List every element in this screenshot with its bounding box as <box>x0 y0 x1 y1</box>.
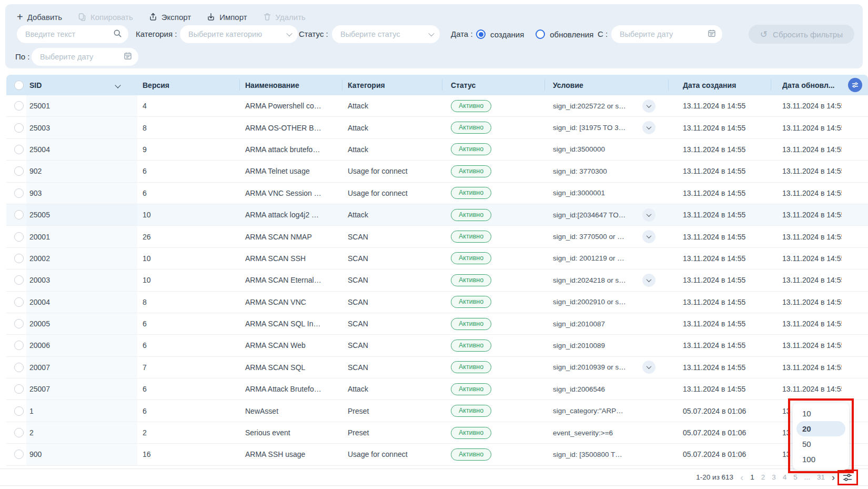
table-row[interactable]: 25004 9 ARMA attack brutefo… Attack Акти… <box>6 139 868 161</box>
cell-sid: 25007 <box>26 378 137 400</box>
add-button[interactable]: + Добавить <box>17 13 62 22</box>
date-from-label: С : <box>598 25 608 43</box>
row-checkbox[interactable] <box>14 166 24 176</box>
cell-name: ARMA SCAN Web <box>239 335 342 356</box>
row-checkbox[interactable] <box>14 341 24 350</box>
table-row[interactable]: 900 16 ARMA SSH usage Usage for connect … <box>6 444 868 465</box>
cell-sid: 20004 <box>26 292 137 313</box>
search-input[interactable] <box>25 30 113 38</box>
reset-icon: ↺ <box>760 30 768 39</box>
row-checkbox[interactable] <box>14 188 24 198</box>
row-checkbox[interactable] <box>14 384 24 394</box>
date-to-input[interactable]: Выберите дату <box>32 48 138 66</box>
expand-condition-button[interactable] <box>642 230 655 243</box>
sort-chevron-icon[interactable] <box>115 82 120 88</box>
delete-button[interactable]: Удалить <box>263 13 306 22</box>
row-checkbox[interactable] <box>14 297 24 307</box>
next-page-button[interactable]: › <box>832 473 835 482</box>
radio-unselected-icon <box>536 29 545 39</box>
page-size-option-50[interactable]: 50 <box>793 436 849 452</box>
row-checkbox[interactable] <box>14 145 24 154</box>
table-row[interactable]: 20005 6 ARMA SCAN SQL In… SCAN Активно s… <box>6 313 868 335</box>
table-row[interactable]: 25007 6 ARMA Attack Brutefo… Attack Акти… <box>6 378 868 400</box>
cell-category: Attack <box>342 139 442 160</box>
status-badge: Активно <box>451 252 491 264</box>
cell-version: 9 <box>137 139 239 160</box>
page-button-1[interactable]: 1 <box>750 473 754 481</box>
row-checkbox[interactable] <box>14 210 24 219</box>
table-row[interactable]: 20001 26 ARMA SCAN NMAP SCAN Активно sig… <box>6 226 868 247</box>
cell-updated-date: 13.11.2024 в 14:55 <box>771 270 842 291</box>
page-button-5[interactable]: 5 <box>793 473 798 481</box>
expand-condition-button[interactable] <box>642 274 655 287</box>
column-header-sid[interactable]: SID <box>26 75 137 95</box>
export-button[interactable]: Экспорт <box>149 13 191 22</box>
page-button-3[interactable]: 3 <box>772 473 776 481</box>
cell-sid: 2 <box>26 422 137 443</box>
table-row[interactable]: 20006 6 ARMA SCAN Web SCAN Активно sign_… <box>6 335 868 356</box>
row-checkbox[interactable] <box>14 123 24 133</box>
table-row[interactable]: 25003 8 ARMA OS-OTHER B… Attack Активно … <box>6 117 868 138</box>
select-all-checkbox[interactable] <box>14 81 24 90</box>
cell-status: Активно <box>442 378 544 400</box>
table-row[interactable]: 903 6 ARMA VNC Session … Usage for conne… <box>6 183 868 204</box>
expand-condition-button[interactable] <box>642 361 655 374</box>
table-row[interactable]: 20007 7 ARMA SCAN SQL SCAN Активно sign_… <box>6 357 868 378</box>
copy-button[interactable]: Копировать <box>78 13 133 22</box>
row-checkbox[interactable] <box>14 428 24 437</box>
expand-condition-button[interactable] <box>642 99 655 113</box>
row-checkbox[interactable] <box>14 232 24 242</box>
cell-condition: sign_category:"ARP… <box>544 400 668 421</box>
row-checkbox[interactable] <box>14 319 24 328</box>
cell-sid: 1 <box>26 400 137 421</box>
cell-gear-spacer <box>842 117 868 138</box>
table-row[interactable]: 902 6 ARMA Telnet usage Usage for connec… <box>6 161 868 182</box>
row-checkbox[interactable] <box>14 406 24 416</box>
pagination-bar: 1-20 из 613 ‹ 12345...31 › <box>0 468 868 486</box>
page-size-option-100[interactable]: 100 <box>793 452 849 467</box>
table-row[interactable]: 25001 4 ARMA Powershell co… Attack Актив… <box>6 95 868 117</box>
column-header-created: Дата создания <box>668 75 771 95</box>
category-select[interactable]: Выберите категорию <box>180 25 298 43</box>
row-checkbox[interactable] <box>14 450 24 459</box>
prev-page-button[interactable]: ‹ <box>740 473 743 482</box>
cell-created-date: 13.11.2024 в 14:55 <box>668 313 771 334</box>
status-badge: Активно <box>451 274 491 286</box>
page-size-option-20[interactable]: 20 <box>796 421 845 436</box>
row-checkbox[interactable] <box>14 101 24 111</box>
column-settings-button[interactable] <box>848 78 862 92</box>
status-badge: Активно <box>451 383 491 395</box>
page-size-button[interactable] <box>842 472 853 483</box>
chevron-down-icon <box>647 233 652 238</box>
cell-sid: 20007 <box>26 357 137 378</box>
table-row[interactable]: 25005 10 ARMA attack log4j2 … Attack Акт… <box>6 204 868 226</box>
expand-condition-button[interactable] <box>642 208 655 222</box>
page-button-4[interactable]: 4 <box>783 473 787 481</box>
table-row[interactable]: 20003 10 ARMA SCAN Eternal… SCAN Активно… <box>6 270 868 291</box>
cell-created-date: 05.07.2024 в 01:06 <box>668 400 771 421</box>
expand-condition-button[interactable] <box>642 121 655 134</box>
cell-created-date: 13.11.2024 в 14:55 <box>668 204 771 225</box>
row-checkbox[interactable] <box>14 254 24 263</box>
cell-category: Attack <box>342 378 442 400</box>
import-button[interactable]: Импорт <box>207 13 247 22</box>
page-button-2[interactable]: 2 <box>761 473 765 481</box>
page-size-option-10[interactable]: 10 <box>793 406 849 421</box>
cell-gear-spacer <box>842 139 868 160</box>
status-select[interactable]: Выберите статус <box>332 25 440 43</box>
table-row[interactable]: 2 2 Serious event Preset Активно event_s… <box>6 422 868 444</box>
table-row[interactable]: 1 6 NewAsset Preset Активно sign_categor… <box>6 400 868 422</box>
radio-date-created[interactable]: создания <box>476 29 524 39</box>
table-row[interactable]: 20004 8 ARMA SCAN VNC SCAN Активно sign_… <box>6 292 868 313</box>
table-row[interactable]: 20002 10 ARMA SCAN SSH SCAN Активно sign… <box>6 248 868 270</box>
radio-date-updated[interactable]: обновления <box>536 29 593 39</box>
export-icon <box>149 13 157 21</box>
reset-filters-button[interactable]: ↺ Сбросить фильтры <box>749 25 854 44</box>
page-button-31[interactable]: 31 <box>817 473 825 481</box>
row-checkbox[interactable] <box>14 363 24 372</box>
cell-category: SCAN <box>342 270 442 291</box>
cell-created-date: 13.11.2024 в 14:55 <box>668 226 771 247</box>
row-checkbox[interactable] <box>14 275 24 285</box>
date-from-input[interactable]: Выберите дату <box>611 25 722 43</box>
cell-version: 10 <box>137 204 239 225</box>
